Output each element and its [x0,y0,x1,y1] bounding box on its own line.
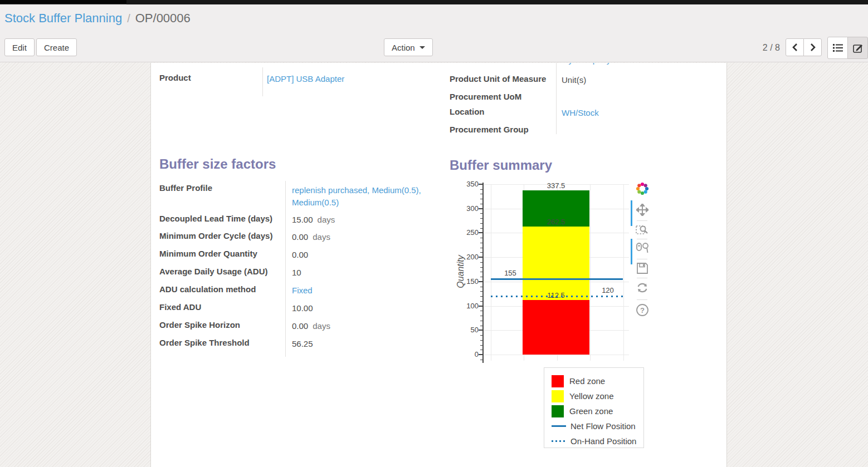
y-major-tick [479,184,483,185]
pan-icon[interactable] [635,203,650,217]
red-zone-swatch [552,375,564,387]
adu-label: Average Daily Usage (ADU) [159,267,268,276]
procurement-group-label: Procurement Group [450,125,529,134]
product-value-link[interactable]: [ADPT] USB Adapter [267,74,344,83]
y-minor-tick [480,345,483,346]
y-minor-tick [480,238,483,238]
y-minor-tick [480,204,483,204]
y-major-tick [479,208,483,209]
modebar-separator [637,220,647,221]
y-minor-tick [480,218,483,219]
action-label: Action [392,43,415,52]
order-spike-horizon-label: Order Spike Horizon [159,320,240,330]
y-minor-tick [480,287,483,287]
zone-red-zone [523,300,589,355]
clipped-company-value[interactable]: My Company [562,63,611,65]
on-hand-position-label: 120 [594,286,622,294]
grid-line [623,184,624,361]
modebar-separator [637,239,647,239]
field-separator [285,181,286,357]
y-minor-tick [480,291,483,292]
y-minor-tick [480,335,483,336]
chevron-right-icon [810,43,816,51]
adu-method-value-link[interactable]: Fixed [292,286,313,295]
grid-line [483,330,629,331]
legend-item-green-zone[interactable]: Green zone [544,404,643,419]
decoupled-lead-time-label: Decoupled Lead Time (days) [159,214,272,223]
y-minor-tick [480,252,483,253]
form-view-button[interactable] [847,37,868,59]
grid-line [557,184,558,361]
help-icon[interactable]: ? [635,303,650,317]
y-tick-label: 200 [455,253,479,261]
action-dropdown-button[interactable]: Action [384,38,433,56]
location-value-link[interactable]: WH/Stock [562,108,599,117]
y-minor-tick [480,301,483,302]
y-major-tick [479,330,483,331]
reset-axes-icon[interactable] [635,281,650,295]
grid-line [524,184,524,361]
modebar-separator [637,299,647,300]
y-major-tick [479,306,483,307]
legend-item-on-hand-position[interactable]: On-Hand Position [544,434,643,449]
procurement-uom-label: Procurement UoM [450,92,521,101]
buffer-profile-value-link[interactable]: replenish purchased, Medium(0.5), Medium… [292,184,436,209]
edit-button[interactable]: Edit [4,38,35,56]
top-menu-bar-segment [0,0,126,4]
stock-buffer-planning-page: Stock Buffer Planning/OP/00006 Edit Crea… [0,0,868,467]
field-separator [556,63,557,134]
view-switcher [827,37,868,59]
plotly-logo-icon[interactable] [635,181,650,196]
grid-line [483,257,629,258]
chevron-left-icon [792,43,798,51]
y-axis-title: Quantity [456,238,466,305]
y-minor-tick [480,243,483,243]
compare-hover-icon[interactable] [635,241,650,255]
order-spike-threshold-label: Order Spike Threshold [159,338,250,347]
decoupled-lead-time-value: 15.00days [292,215,335,224]
adu-value: 10 [292,268,301,277]
y-minor-tick [480,199,483,199]
y-minor-tick [480,223,483,224]
create-button[interactable]: Create [36,38,77,56]
y-tick-label: 100 [455,302,479,310]
pager-next-button[interactable] [803,38,822,56]
y-minor-tick [480,350,483,350]
adu-method-label: ADU calculation method [159,284,256,294]
box-zoom-icon[interactable] [635,223,650,237]
y-minor-tick [480,360,483,360]
y-axis-line [482,183,484,363]
legend-item-net-flow-position[interactable]: Net Flow Position [544,419,643,434]
y-tick-label: 250 [455,228,479,237]
field-separator [262,67,263,96]
location-label: Location [450,107,485,116]
y-minor-tick [480,277,483,277]
legend-item-yellow-zone[interactable]: Yellow zone [544,389,643,404]
caret-down-icon [420,46,425,49]
breadcrumb-parent-link[interactable]: Stock Buffer Planning [4,11,122,25]
y-tick-label: 150 [455,277,479,286]
form-sheet: My Company Product [ADPT] USB Adapter Pr… [150,63,727,467]
list-view-button[interactable] [827,37,848,59]
modebar-active-indicator [631,239,632,264]
product-uom-value: Unit(s) [562,75,586,85]
buffer-summary-title: Buffer summary [450,158,552,173]
y-minor-tick [480,321,483,321]
grid-line [483,233,629,233]
product-label: Product [159,73,191,82]
y-minor-tick [480,189,483,190]
legend-item-red-zone[interactable]: Red zone [544,373,643,389]
y-minor-tick [480,213,483,214]
modebar-active-indicator [631,200,632,226]
breadcrumb-separator: / [127,12,130,24]
y-minor-tick [480,272,483,272]
zone-top-label: 337.5 [534,181,578,190]
save-icon[interactable] [635,261,650,276]
y-minor-tick [480,311,483,311]
y-minor-tick [480,340,483,341]
pager-previous-button[interactable] [786,38,804,56]
buffer-profile-label: Buffer Profile [159,183,212,193]
on-hand-dotted-swatch [552,440,566,442]
grid-line [483,184,629,185]
y-tick-label: 350 [455,180,479,188]
